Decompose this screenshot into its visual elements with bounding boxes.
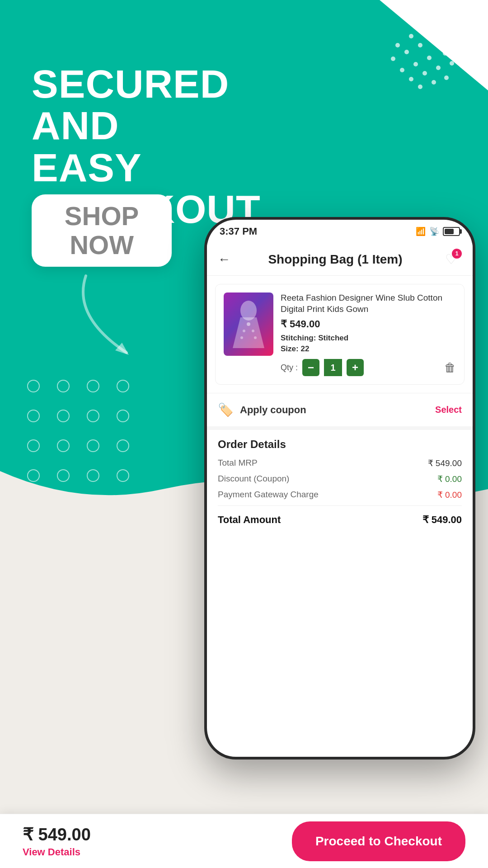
stitching-attr: Stitching: Stitched bbox=[281, 334, 456, 343]
order-row-mrp: Total MRP ₹ 549.00 bbox=[218, 458, 462, 468]
quantity-row: Qty : − 1 + 🗑 bbox=[281, 359, 456, 376]
svg-point-23 bbox=[444, 75, 449, 80]
total-value: ₹ 549.00 bbox=[422, 514, 462, 526]
wishlist-button[interactable]: ♡ 1 bbox=[440, 249, 462, 270]
svg-point-8 bbox=[418, 43, 422, 47]
dot bbox=[57, 410, 70, 422]
gateway-value: ₹ 0.00 bbox=[437, 490, 462, 500]
coupon-section: 🏷️ Apply coupon Select bbox=[207, 393, 473, 426]
battery-icon bbox=[443, 227, 460, 236]
dot bbox=[87, 410, 99, 422]
app-screen: ← Shopping Bag (1 Item) ♡ 1 bbox=[207, 243, 473, 757]
qty-label: Qty : bbox=[281, 363, 298, 373]
svg-point-12 bbox=[400, 68, 404, 72]
divider bbox=[218, 505, 462, 506]
svg-point-1 bbox=[409, 34, 413, 38]
svg-point-11 bbox=[461, 38, 465, 43]
svg-point-21 bbox=[418, 85, 422, 89]
svg-point-19 bbox=[436, 66, 441, 70]
arrow-decoration bbox=[45, 262, 181, 362]
mrp-label: Total MRP bbox=[218, 458, 258, 468]
proceed-to-checkout-button[interactable]: Proceed to Checkout bbox=[292, 821, 465, 861]
svg-point-16 bbox=[456, 48, 461, 53]
dot bbox=[27, 439, 40, 452]
dot bbox=[27, 380, 40, 392]
svg-point-6 bbox=[391, 57, 395, 61]
qty-value: 1 bbox=[324, 359, 342, 376]
back-button[interactable]: ← bbox=[218, 252, 230, 267]
bottom-total: ₹ 549.00 View Details bbox=[23, 825, 292, 858]
order-details-section: Order Details Total MRP ₹ 549.00 Discoun… bbox=[207, 426, 473, 534]
svg-point-10 bbox=[447, 35, 452, 39]
coupon-select-button[interactable]: Select bbox=[435, 405, 462, 415]
phone-mockup: 3:37 PM 📶 📡 ← Shopping Bag (1 Item) ♡ 1 bbox=[204, 217, 475, 760]
bottom-checkout-bar: ₹ 549.00 View Details Proceed to Checkou… bbox=[0, 814, 488, 868]
svg-point-13 bbox=[413, 62, 418, 66]
size-attr: Size: 22 bbox=[281, 344, 456, 354]
wifi-icon: 📡 bbox=[429, 226, 439, 236]
dot bbox=[87, 380, 99, 392]
product-price: ₹ 549.00 bbox=[281, 318, 456, 330]
svg-point-2 bbox=[422, 27, 427, 32]
svg-point-15 bbox=[443, 51, 447, 56]
svg-point-26 bbox=[247, 322, 250, 326]
shop-now-button[interactable]: SHOP NOW bbox=[32, 194, 172, 267]
product-name: Reeta Fashion Designer Wine Slub Cotton … bbox=[281, 292, 456, 315]
coupon-icon: 🏷️ bbox=[218, 402, 234, 417]
dot bbox=[57, 439, 70, 452]
qty-plus-button[interactable]: + bbox=[347, 359, 364, 376]
dot bbox=[27, 410, 40, 422]
svg-point-29 bbox=[240, 336, 243, 339]
coupon-left: 🏷️ Apply coupon bbox=[218, 402, 306, 417]
svg-point-9 bbox=[434, 38, 438, 42]
svg-point-20 bbox=[450, 61, 454, 66]
svg-point-7 bbox=[404, 50, 409, 54]
bottom-price: ₹ 549.00 bbox=[23, 825, 292, 844]
svg-point-22 bbox=[432, 80, 436, 85]
dots-decoration-top bbox=[371, 9, 488, 154]
time-display: 3:37 PM bbox=[220, 226, 257, 237]
dot bbox=[57, 380, 70, 392]
svg-point-5 bbox=[463, 25, 468, 29]
dot bbox=[87, 439, 99, 452]
app-header: ← Shopping Bag (1 Item) ♡ 1 bbox=[207, 243, 473, 276]
coupon-label: Apply coupon bbox=[240, 404, 306, 416]
svg-point-17 bbox=[409, 77, 413, 81]
svg-point-18 bbox=[422, 71, 427, 75]
signal-icon: 📶 bbox=[416, 226, 426, 236]
discount-label: Discount (Coupon) bbox=[218, 474, 289, 484]
view-details-link[interactable]: View Details bbox=[23, 846, 292, 858]
wishlist-badge: 1 bbox=[452, 249, 462, 259]
discount-value: ₹ 0.00 bbox=[437, 474, 462, 484]
dot bbox=[117, 410, 129, 422]
delete-item-button[interactable]: 🗑 bbox=[444, 361, 456, 375]
svg-point-30 bbox=[254, 336, 257, 339]
order-row-discount: Discount (Coupon) ₹ 0.00 bbox=[218, 474, 462, 484]
total-row: Total Amount ₹ 549.00 bbox=[218, 511, 462, 526]
qty-minus-button[interactable]: − bbox=[302, 359, 319, 376]
svg-point-3 bbox=[438, 23, 443, 27]
svg-point-4 bbox=[452, 20, 456, 25]
order-details-title: Order Details bbox=[218, 438, 462, 451]
cart-item-card: Reeta Fashion Designer Wine Slub Cotton … bbox=[215, 284, 465, 385]
total-label: Total Amount bbox=[218, 514, 281, 526]
dot bbox=[117, 380, 129, 392]
screen-title: Shopping Bag (1 Item) bbox=[239, 252, 432, 267]
order-row-gateway: Payment Gateway Charge ₹ 0.00 bbox=[218, 490, 462, 500]
status-icons: 📶 📡 bbox=[416, 226, 460, 236]
gateway-label: Payment Gateway Charge bbox=[218, 490, 319, 500]
product-image bbox=[224, 292, 273, 356]
product-details: Reeta Fashion Designer Wine Slub Cotton … bbox=[281, 292, 456, 376]
svg-point-14 bbox=[427, 56, 432, 60]
status-bar: 3:37 PM 📶 📡 bbox=[207, 220, 473, 243]
mrp-value: ₹ 549.00 bbox=[428, 458, 462, 468]
dot bbox=[117, 439, 129, 452]
svg-point-27 bbox=[243, 330, 245, 332]
svg-point-28 bbox=[252, 330, 254, 332]
product-image-svg bbox=[230, 299, 267, 349]
svg-point-0 bbox=[395, 43, 400, 47]
